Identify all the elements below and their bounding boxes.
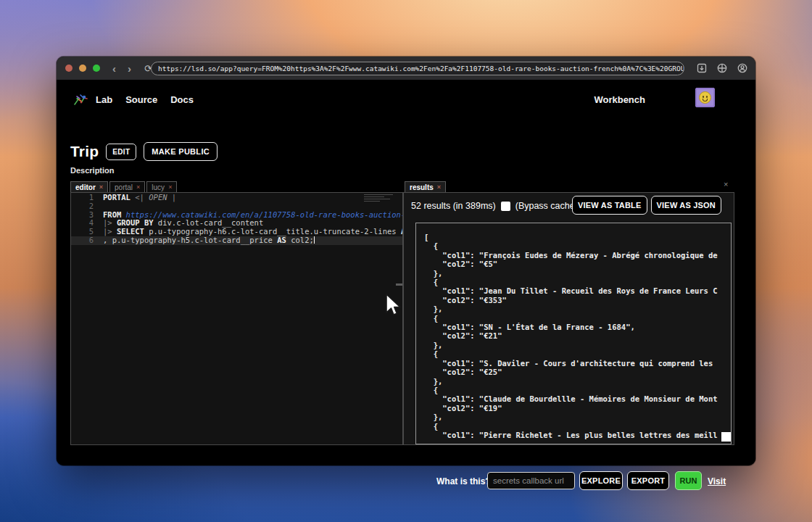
line-number: 6	[71, 236, 103, 245]
tab-close-icon[interactable]: ×	[136, 184, 140, 191]
page-title: Trip	[70, 143, 99, 160]
browser-titlebar: ‹ › ⟳ https://lsd.so/app?query=FROM%20ht…	[57, 57, 755, 80]
editor-minimap	[364, 194, 396, 203]
tab-label: lucy	[152, 183, 165, 191]
traffic-close-button[interactable]	[65, 65, 72, 72]
view-as-table-button[interactable]: VIEW AS TABLE	[572, 196, 647, 215]
code-line-1[interactable]: 1PORTAL <| OPEN |	[71, 194, 402, 202]
tab-label: portal	[115, 183, 133, 191]
json-output: [ { "col1": "François Eudes de Mézeray -…	[424, 233, 731, 439]
line-number: 2	[71, 202, 103, 211]
nav-item-source[interactable]: Source	[125, 94, 157, 105]
json-results-box[interactable]: [ { "col1": "François Eudes de Mézeray -…	[415, 223, 732, 444]
bypass-cache-label: (Bypass cache)	[515, 201, 578, 211]
line-number: 4	[71, 219, 103, 228]
what-is-this-label: What is this?	[436, 476, 491, 486]
extensions-icon[interactable]	[716, 62, 728, 74]
code-lines: 1PORTAL <| OPEN |23FROM https://www.cata…	[71, 194, 402, 245]
line-number: 3	[71, 211, 103, 220]
smiley-face	[699, 91, 711, 104]
profile-icon[interactable]	[737, 62, 748, 74]
footer-bar: What is this? EXPLORE EXPORT RUN Visit	[57, 471, 755, 492]
editor-tab-editor[interactable]: editor×	[70, 181, 108, 192]
tab-close-icon[interactable]: ×	[168, 184, 172, 191]
explore-button[interactable]: EXPLORE	[579, 471, 623, 490]
line-number: 1	[71, 194, 103, 202]
nav-item-lab[interactable]: Lab	[96, 94, 112, 105]
code-line-6[interactable]: 6, p.u-typography-h5.c-lot-card__price A…	[71, 236, 402, 245]
back-icon[interactable]: ‹	[112, 63, 116, 74]
nav-item-docs[interactable]: Docs	[170, 94, 194, 105]
forward-icon[interactable]: ›	[128, 63, 131, 74]
tab-label: editor	[75, 183, 96, 191]
resize-handle[interactable]	[721, 432, 731, 442]
visit-link[interactable]: Visit	[708, 476, 726, 486]
secrets-callback-input[interactable]	[487, 472, 575, 489]
nav-links: LabSourceDocs	[96, 94, 194, 105]
code-line-3[interactable]: 3FROM https://www.catawiki.com/en/a/1107…	[71, 211, 402, 220]
code-text: PORTAL <| OPEN |	[103, 194, 402, 202]
code-line-2[interactable]: 2	[71, 202, 402, 211]
url-bar[interactable]: https://lsd.so/app?query=FROM%20https%3A…	[151, 62, 684, 75]
view-as-json-button[interactable]: VIEW AS JSON	[651, 196, 721, 215]
code-editor[interactable]: 1PORTAL <| OPEN |23FROM https://www.cata…	[70, 192, 403, 445]
mouse-cursor	[384, 293, 402, 319]
edit-button[interactable]: EDIT	[106, 144, 136, 160]
text-cursor	[314, 236, 315, 244]
editor-tabs: editor×portal×lucy×	[70, 181, 177, 192]
code-text: |> GROUP BY div.c-lot-card__content	[103, 219, 402, 228]
editor-scrollbar[interactable]	[396, 283, 402, 286]
line-number: 5	[71, 228, 103, 236]
results-tab-close-icon[interactable]: ×	[437, 184, 441, 191]
code-text: FROM https://www.catawiki.com/en/a/11077…	[103, 211, 402, 220]
browser-window: ‹ › ⟳ https://lsd.so/app?query=FROM%20ht…	[57, 57, 755, 465]
make-public-button[interactable]: MAKE PUBLIC	[144, 142, 218, 161]
traffic-minimize-button[interactable]	[79, 65, 86, 72]
title-row: Trip EDIT MAKE PUBLIC	[70, 142, 218, 161]
code-text	[103, 202, 402, 211]
results-panel-close-icon[interactable]: ×	[724, 180, 728, 188]
traffic-zoom-button[interactable]	[93, 65, 100, 72]
workbench-link[interactable]: Workbench	[594, 94, 645, 105]
page-content: LabSourceDocs Workbench Trip EDIT MAKE P…	[57, 80, 755, 465]
results-summary-row: 52 results (in 389ms) (Bypass cache)	[411, 201, 578, 211]
editor-tab-lucy[interactable]: lucy×	[146, 181, 177, 192]
tab-close-icon[interactable]: ×	[99, 184, 103, 191]
code-text: |> SELECT p.u-typography-h6.c-lot-card__…	[103, 228, 402, 236]
lsd-logo-icon[interactable]	[72, 90, 91, 109]
desktop: ‹ › ⟳ https://lsd.so/app?query=FROM%20ht…	[0, 0, 812, 522]
bypass-cache-checkbox[interactable]	[501, 202, 510, 211]
save-page-icon[interactable]	[696, 62, 708, 74]
editor-tab-portal[interactable]: portal×	[109, 181, 145, 192]
results-tab-label: results	[410, 183, 434, 191]
results-count: 52 results (in 389ms)	[411, 201, 496, 211]
code-text: , p.u-typography-h5.c-lot-card__price AS…	[103, 236, 402, 245]
smiley-blotter-icon[interactable]	[695, 88, 715, 107]
view-buttons: VIEW AS TABLE VIEW AS JSON	[572, 196, 721, 215]
results-panel: 52 results (in 389ms) (Bypass cache) VIE…	[403, 192, 734, 445]
results-tab[interactable]: results ×	[405, 181, 446, 192]
description-label: Description	[70, 166, 115, 175]
run-button[interactable]: RUN	[675, 471, 702, 490]
code-line-4[interactable]: 4|> GROUP BY div.c-lot-card__content	[71, 219, 402, 228]
code-line-5[interactable]: 5|> SELECT p.u-typography-h6.c-lot-card_…	[71, 228, 402, 236]
site-nav: LabSourceDocs Workbench	[57, 84, 755, 115]
export-button[interactable]: EXPORT	[627, 471, 669, 490]
